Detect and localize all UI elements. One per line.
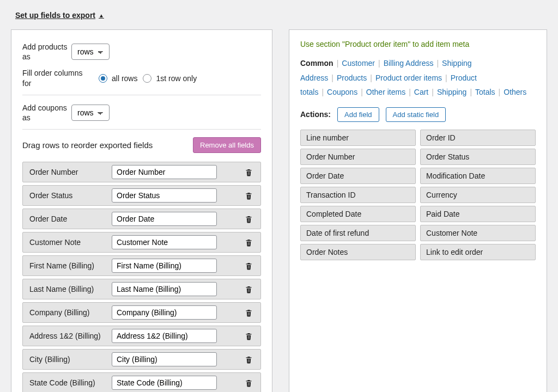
section-title: Set up fields to export — [15, 11, 95, 20]
field-row[interactable]: Order Status — [22, 185, 261, 206]
tab-coupons[interactable]: Coupons — [327, 88, 357, 96]
field-row[interactable]: Address 1&2 (Billing) — [22, 326, 261, 346]
actions-label: Actions: — [300, 110, 331, 119]
field-label: Address 1&2 (Billing) — [27, 332, 106, 340]
available-field[interactable]: Order Number — [300, 149, 416, 165]
separator: | — [433, 59, 442, 68]
available-field[interactable]: Paid Date — [420, 206, 536, 222]
add-coupons-label: Add coupons as — [22, 103, 71, 122]
add-static-field-button[interactable]: Add static field — [386, 107, 446, 122]
available-field[interactable]: Link to edit order — [420, 244, 536, 260]
add-products-label: Add products as — [22, 42, 71, 62]
separator: | — [367, 74, 375, 82]
field-label: Company (Billing) — [27, 308, 106, 317]
separator: | — [405, 88, 414, 96]
field-row[interactable]: First Name (Billing) — [22, 255, 261, 276]
add-products-select[interactable]: rows — [71, 44, 110, 60]
arrow-up-icon: ▲ — [99, 13, 104, 19]
tab-other-items[interactable]: Other items — [366, 88, 405, 96]
field-name-input[interactable] — [112, 305, 217, 320]
section-toggle[interactable]: Set up fields to export ▲ — [15, 11, 104, 20]
trash-icon[interactable] — [245, 238, 253, 247]
field-row[interactable]: Order Date — [22, 209, 261, 229]
export-fields-panel: Add products as rows Fill order columns … — [11, 29, 272, 392]
field-label: Order Status — [27, 191, 106, 200]
available-field[interactable]: Modification Date — [420, 168, 536, 184]
separator: | — [333, 59, 342, 68]
available-field[interactable]: Transaction ID — [300, 187, 416, 203]
separator: | — [442, 74, 451, 82]
separator: | — [375, 59, 384, 68]
trash-icon[interactable] — [245, 355, 253, 364]
separator: | — [318, 88, 327, 96]
fill-first-row-option[interactable]: 1st row only — [143, 74, 197, 83]
fill-all-rows-option[interactable]: all rows — [99, 74, 137, 83]
field-label: First Name (Billing) — [27, 261, 106, 270]
field-name-input[interactable] — [112, 282, 217, 296]
available-field[interactable]: Line number — [300, 130, 416, 146]
tab-totals[interactable]: Totals — [475, 88, 495, 96]
trash-icon[interactable] — [245, 168, 253, 177]
field-name-input[interactable] — [112, 188, 217, 203]
add-field-button[interactable]: Add field — [337, 107, 379, 122]
tab-billing-address[interactable]: Billing Address — [384, 59, 434, 68]
field-name-input[interactable] — [112, 212, 217, 226]
separator: | — [495, 88, 504, 96]
tab-common: Common — [300, 59, 333, 68]
field-row[interactable]: City (Billing) — [22, 349, 261, 370]
tab-products[interactable]: Products — [337, 74, 367, 82]
divider — [22, 95, 261, 95]
add-coupons-select[interactable]: rows — [71, 105, 110, 121]
separator: | — [466, 88, 475, 96]
available-fields-grid: Line numberOrder IDOrder NumberOrder Sta… — [300, 130, 536, 260]
field-row[interactable]: Last Name (Billing) — [22, 279, 261, 299]
trash-icon[interactable] — [245, 261, 253, 271]
field-label: Order Date — [27, 215, 106, 223]
available-field[interactable]: Order Notes — [300, 244, 416, 260]
field-row[interactable]: Order Number — [22, 162, 261, 182]
trash-icon[interactable] — [245, 332, 253, 341]
tab-shipping[interactable]: Shipping — [437, 88, 467, 96]
field-row[interactable]: State Code (Billing) — [22, 372, 261, 392]
fill-columns-label: Fill order columns for — [22, 68, 93, 88]
available-field[interactable]: Date of first refund — [300, 225, 416, 241]
separator: | — [357, 88, 366, 96]
fill-all-rows-radio[interactable] — [99, 74, 107, 83]
fill-first-row-radio[interactable] — [143, 74, 151, 83]
available-field[interactable]: Customer Note — [420, 225, 536, 241]
trash-icon[interactable] — [245, 215, 253, 224]
remove-all-fields-button[interactable]: Remove all fields — [193, 137, 261, 153]
field-name-input[interactable] — [112, 376, 217, 390]
field-label: Order Number — [27, 168, 106, 176]
field-row[interactable]: Company (Billing) — [22, 302, 261, 323]
tab-cart[interactable]: Cart — [414, 88, 428, 96]
field-groups-tabs: Common|Customer|Billing Address|Shipping… — [300, 56, 536, 100]
available-field[interactable]: Completed Date — [300, 206, 416, 222]
available-field[interactable]: Order ID — [420, 130, 536, 146]
reorder-title: Drag rows to reorder exported fields — [22, 140, 153, 150]
trash-icon[interactable] — [245, 285, 253, 294]
field-name-input[interactable] — [112, 165, 217, 179]
trash-icon[interactable] — [245, 308, 253, 317]
available-field[interactable]: Order Date — [300, 168, 416, 184]
field-label: State Code (Billing) — [27, 378, 106, 387]
field-name-input[interactable] — [112, 259, 217, 273]
tab-product-order-items[interactable]: Product order items — [375, 74, 442, 82]
available-field[interactable]: Order Status — [420, 149, 536, 165]
field-name-input[interactable] — [112, 235, 217, 249]
field-name-input[interactable] — [112, 329, 217, 343]
field-row[interactable]: Customer Note — [22, 232, 261, 253]
available-field[interactable]: Currency — [420, 187, 536, 203]
tab-customer[interactable]: Customer — [342, 59, 375, 68]
divider — [22, 129, 261, 130]
field-label: Customer Note — [27, 238, 106, 247]
trash-icon[interactable] — [245, 378, 253, 388]
separator: | — [428, 88, 437, 96]
field-label: Last Name (Billing) — [27, 285, 106, 293]
trash-icon[interactable] — [245, 191, 253, 200]
field-name-input[interactable] — [112, 352, 217, 366]
tab-others[interactable]: Others — [504, 88, 526, 96]
field-label: City (Billing) — [27, 355, 106, 364]
available-fields-panel: Use section "Product order item" to add … — [289, 29, 547, 392]
field-list: Order NumberOrder StatusOrder DateCustom… — [22, 162, 261, 392]
